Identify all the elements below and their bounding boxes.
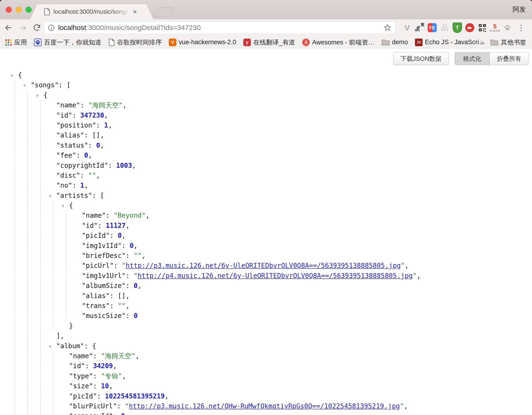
json-punctuation: : <box>117 402 125 410</box>
collapse-arrow-icon[interactable]: ▼ <box>46 191 54 201</box>
bookmark-label: 其他书签 <box>501 38 526 47</box>
minimize-window-button[interactable] <box>16 7 22 13</box>
titlebar: localhost:3000/music/songDet × 阿发 <box>0 0 532 19</box>
indent-guide <box>40 221 41 231</box>
json-line-content: "picId": 102254581395219, <box>0 391 169 401</box>
bookmark-star-icon[interactable] <box>384 24 391 31</box>
json-punctuation: : <box>125 252 133 260</box>
indent-guide <box>66 281 66 291</box>
browser-menu-icon[interactable]: ⋮ <box>516 22 526 33</box>
url-text[interactable]: localhost:3000/music/songDetail?ids=3472… <box>58 24 384 32</box>
paw-icon[interactable] <box>503 22 512 33</box>
bookmark-item[interactable]: JSEcho JS - JavaScri… <box>415 39 485 46</box>
json-number-value: 10 <box>101 382 109 390</box>
json-key: "size" <box>69 382 93 390</box>
bookmark-label: demo <box>392 39 408 46</box>
indent-guide <box>40 231 41 241</box>
bookmark-item[interactable]: Vvue-hackernews-2.0 <box>169 39 236 46</box>
collapse-arrow-icon[interactable]: ▼ <box>59 201 67 211</box>
bookmark-item[interactable]: y在线翻译_有道 <box>243 38 295 47</box>
bookmark-item[interactable]: AAwesomes - 前端资… <box>302 38 375 47</box>
json-line: "picId": 0, <box>0 231 532 241</box>
json-key: "name" <box>69 352 93 360</box>
json-bracket: [] <box>92 131 100 139</box>
json-punctuation: , <box>125 222 130 230</box>
new-tab-button[interactable] <box>155 7 173 17</box>
forward-button[interactable] <box>17 22 28 33</box>
translate-icon[interactable]: en英⇄ <box>415 22 424 33</box>
indent-guide <box>28 341 28 351</box>
bookmark-label: vue-hackernews-2.0 <box>179 39 236 46</box>
indent-guide <box>15 251 15 261</box>
indent-guide <box>53 291 53 301</box>
bookmarks-overflow-icon[interactable]: » <box>480 38 484 47</box>
indent-guide <box>28 141 28 151</box>
tampermonkey-icon[interactable]: T <box>453 22 462 33</box>
json-punctuation: : [ <box>92 192 104 199</box>
indent-guide <box>40 181 41 191</box>
json-link[interactable]: http://p3.music.126.net/6y-UleORITEDbvrO… <box>125 262 400 270</box>
other-bookmarks-folder[interactable]: 其他书签 <box>490 38 526 47</box>
json-punctuation: , <box>405 262 408 270</box>
json-key: "id" <box>56 111 72 119</box>
json-line: } <box>0 321 532 331</box>
page-info-icon[interactable] <box>48 24 55 31</box>
bookmark-label: 谷歌按时间排序 <box>117 38 162 47</box>
json-key: "picId" <box>82 232 110 240</box>
sitemap-icon[interactable]: 品 <box>440 22 449 33</box>
format-button[interactable]: 格式化 <box>455 52 490 65</box>
json-line: "id": 11127, <box>0 221 532 231</box>
fe-icon[interactable]: FE <box>428 22 437 33</box>
indent-guide <box>15 80 15 90</box>
browser-tab[interactable]: localhost:3000/music/songDet × <box>30 4 153 19</box>
qrcode-icon[interactable] <box>478 22 487 33</box>
bookmark-label: 在线翻译_有道 <box>253 38 295 47</box>
json-string-value: " <box>122 262 126 270</box>
json-link[interactable]: http://p4.music.126.net/6y-UleORITEDbvrO… <box>138 272 413 280</box>
bookmark-item[interactable]: demo <box>382 39 408 46</box>
indent-guide <box>66 221 66 231</box>
fastforward-icon[interactable]: ▶▶ <box>465 22 475 33</box>
bookmark-item[interactable]: 谷歌按时间排序 <box>109 38 162 47</box>
zoom-window-button[interactable] <box>26 7 32 13</box>
reload-button[interactable] <box>31 22 43 33</box>
json-number-value: 1 <box>80 182 84 189</box>
json-line: "musicSize": 0 <box>0 311 532 321</box>
indent-guide <box>66 291 66 301</box>
json-punctuation: : <box>125 282 133 290</box>
indent-guide <box>15 341 15 351</box>
bookmark-label: Awesomes - 前端资… <box>312 38 375 47</box>
json-punctuation: : <box>96 121 104 129</box>
address-bar[interactable]: localhost:3000/music/songDetail?ids=3472… <box>44 21 395 34</box>
bookmark-item[interactable]: 百度一下，你就知道 <box>34 38 101 47</box>
indent-guide <box>40 261 41 271</box>
indent-guide <box>28 161 28 171</box>
json-line: "img1v1Url": "http://p4.music.126.net/6y… <box>0 271 532 281</box>
indent-guide <box>28 391 28 401</box>
json-number-value: 102254581395219 <box>105 392 165 400</box>
json-link[interactable]: http://p3.music.126.net/QHw-RuMwfQkmqtiy… <box>129 402 400 410</box>
back-button[interactable] <box>3 22 14 33</box>
html5-player-icon[interactable]: 5PLAYER <box>490 22 500 33</box>
vue-devtools-icon[interactable]: V <box>402 22 412 33</box>
collapse-all-button[interactable]: 折叠所有 <box>490 52 529 65</box>
json-line-content: "fee": 0, <box>0 151 92 160</box>
tab-close-icon[interactable]: × <box>133 8 137 15</box>
echojs-icon: JS <box>415 39 423 46</box>
collapse-arrow-icon[interactable]: ▼ <box>46 341 54 351</box>
indent-guide <box>40 100 41 110</box>
json-punctuation: , <box>100 131 104 139</box>
collapse-arrow-icon[interactable]: ▼ <box>8 70 16 80</box>
json-key: "musicSize" <box>82 312 125 320</box>
indent-guide <box>15 261 15 271</box>
collapse-arrow-icon[interactable]: ▼ <box>21 80 28 90</box>
collapse-arrow-icon[interactable]: ▼ <box>34 91 41 101</box>
indent-guide <box>15 351 15 361</box>
indent-guide <box>28 271 28 281</box>
download-json-button[interactable]: 下载JSON数据 <box>393 52 449 65</box>
profile-name[interactable]: 阿发 <box>513 0 526 19</box>
json-punctuation: : <box>72 111 80 119</box>
close-window-button[interactable] <box>6 7 12 13</box>
bookmark-item[interactable]: 应用 <box>5 38 27 47</box>
indent-guide <box>40 211 41 221</box>
